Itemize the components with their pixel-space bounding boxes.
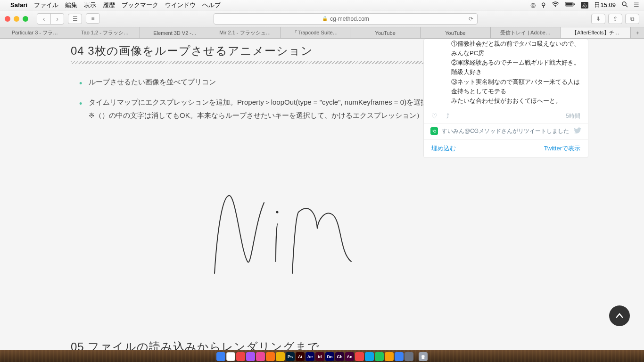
tab-6[interactable]: YouTube — [421, 27, 491, 38]
tweet-time: 5時間 — [566, 112, 580, 120]
tab-3[interactable]: Mir 2.1 - フラッシュ… — [210, 27, 281, 38]
dock-item[interactable] — [385, 352, 394, 361]
dock-item[interactable] — [266, 352, 275, 361]
dock: Ps Ai Ae Id Dn Ch An 🗑 — [0, 350, 644, 362]
downloads-button[interactable]: ⬇ — [591, 14, 605, 24]
tab-8[interactable]: 【AfterEffects】チ… — [561, 27, 631, 38]
tab-bar: Particular 3 - フラ… Tao 1.2 - フラッシ… Eleme… — [0, 27, 644, 39]
heading-04: 04 3枚の画像をループさせるアニメーション — [71, 43, 453, 58]
close-window-button[interactable] — [5, 16, 10, 22]
dock-item[interactable]: An — [345, 352, 354, 361]
dock-item[interactable] — [365, 352, 374, 361]
window-controls — [5, 16, 28, 22]
dock-item[interactable] — [355, 352, 364, 361]
menu-bookmarks[interactable]: ブックマーク — [122, 1, 158, 9]
app-name[interactable]: Safari — [10, 1, 27, 8]
svg-line-5 — [626, 5, 627, 7]
dock-item[interactable]: Ae — [305, 352, 314, 361]
list-item: ループさせるたい画像を並べてプリコン — [79, 75, 453, 89]
tab-4[interactable]: 「Trapcode Suite… — [281, 27, 351, 38]
dock-item[interactable] — [375, 352, 384, 361]
share-tweet-icon[interactable]: ⤴ — [446, 112, 449, 120]
reader-button[interactable]: ≡ — [86, 13, 100, 24]
dock-item[interactable]: Ch — [335, 352, 344, 361]
heading-05: 05 ファイルの読み込みからレンダリングまで — [71, 339, 453, 350]
view-on-twitter-link[interactable]: Twitterで表示 — [544, 144, 580, 153]
tab-1[interactable]: Tao 1.2 - フラッシ… — [70, 27, 140, 38]
back-button[interactable]: ‹ — [37, 14, 50, 24]
svg-rect-3 — [574, 4, 575, 5]
forward-button[interactable]: › — [50, 14, 64, 24]
tweet-line: ②軍隊経験あるのでチーム戦ギルド戦大好き。階級大好き — [451, 58, 580, 77]
address-bar[interactable]: 🔒 cg-method.com ⟳ — [214, 13, 478, 25]
tab-7[interactable]: 受信トレイ | Adobe… — [491, 27, 561, 38]
tab-5[interactable]: YouTube — [350, 27, 421, 38]
cc-icon[interactable]: ◎ — [530, 1, 536, 8]
dock-item[interactable]: Ai — [296, 352, 305, 361]
dock-item[interactable] — [395, 352, 404, 361]
tabs-button[interactable]: ⧉ — [625, 14, 639, 24]
menu-extras-icon[interactable]: ☰ — [634, 1, 639, 8]
menu-view[interactable]: 表示 — [84, 1, 96, 9]
clock-time[interactable]: 15:09 — [600, 1, 616, 8]
like-icon[interactable]: ♡ — [431, 112, 438, 120]
svg-rect-2 — [566, 3, 573, 6]
zoom-window-button[interactable] — [23, 16, 28, 22]
minimize-window-button[interactable] — [14, 16, 19, 22]
tweet-line: ①儒教社会だと親の前でタバコ吸えないので、みんなPC房 — [451, 39, 580, 58]
spotlight-icon[interactable] — [621, 1, 628, 9]
svg-point-0 — [555, 6, 556, 7]
menu-window[interactable]: ウインドウ — [165, 1, 196, 9]
tweet-body: ①儒教社会だと親の前でタバコ吸えないので、みんなPC房 ②軍隊経験あるのでチーム… — [424, 39, 588, 109]
share-button[interactable]: ⇪ — [608, 14, 622, 24]
menu-help[interactable]: ヘルプ — [202, 1, 221, 9]
new-tab-button[interactable]: ＋ — [631, 27, 644, 38]
svg-point-6 — [277, 211, 278, 213]
menubar: Safari ファイル 編集 表示 履歴 ブックマーク ウインドウ ヘルプ ◎ … — [0, 0, 644, 10]
menu-edit[interactable]: 編集 — [65, 1, 77, 9]
retweet-text: すいみん@CGメソッドさんがリツイートしました — [442, 127, 569, 135]
retweet-icon: ⟲ — [430, 127, 438, 135]
menu-history[interactable]: 履歴 — [103, 1, 115, 9]
twitter-widget: ①儒教社会だと親の前でタバコ吸えないので、みんなPC房 ②軍隊経験あるのでチーム… — [423, 39, 588, 158]
dock-item[interactable] — [216, 352, 225, 361]
tab-0[interactable]: Particular 3 - フラ… — [0, 27, 70, 38]
lock-icon: 🔒 — [322, 16, 328, 21]
sidebar-button[interactable]: ☰ — [68, 14, 82, 24]
dock-item[interactable] — [276, 352, 285, 361]
dock-item[interactable] — [226, 352, 235, 361]
twitter-bird-icon — [574, 127, 581, 135]
wifi-icon[interactable] — [552, 1, 559, 8]
menu-file[interactable]: ファイル — [34, 1, 58, 9]
nav-buttons: ‹ › — [37, 13, 64, 25]
ime-indicator[interactable]: あ — [581, 2, 588, 8]
scroll-to-top-button[interactable] — [609, 305, 630, 326]
tweet-line: ③ネット実名制なので高額アバター来てる人は金持ちとしてモテる — [451, 77, 580, 96]
tab-2[interactable]: Element 3D V2 -… — [140, 27, 210, 38]
svg-point-4 — [622, 2, 626, 6]
dock-item[interactable]: Ps — [286, 352, 295, 361]
dock-item[interactable] — [256, 352, 265, 361]
embed-link[interactable]: 埋め込む — [431, 144, 456, 153]
content-image — [130, 141, 394, 302]
list-item: タイムリマップにエクスプレッションを追加。Property＞loopOut(ty… — [79, 96, 453, 123]
dock-item[interactable]: Dn — [325, 352, 334, 361]
dock-item[interactable] — [246, 352, 255, 361]
bluetooth-icon[interactable]: ⚲ — [541, 1, 546, 8]
tweet-line: みたいな合わせ技がおおくてほへーと。 — [451, 96, 580, 106]
battery-icon[interactable] — [565, 1, 575, 8]
dock-item[interactable] — [405, 352, 413, 361]
reload-icon[interactable]: ⟳ — [469, 16, 473, 22]
dock-item[interactable]: Id — [315, 352, 324, 361]
page-viewport[interactable]: 04 3枚の画像をループさせるアニメーション ループさせるたい画像を並べてプリコ… — [0, 39, 644, 350]
dock-item[interactable] — [236, 352, 245, 361]
article: 04 3枚の画像をループさせるアニメーション ループさせるたい画像を並べてプリコ… — [57, 39, 467, 350]
browser-toolbar: ‹ › ☰ ≡ 🔒 cg-method.com ⟳ ⬇ ⇪ ⧉ — [0, 10, 644, 27]
url-text: cg-method.com — [330, 16, 369, 22]
heading-divider — [71, 61, 453, 64]
clock-day[interactable]: 日 — [594, 1, 600, 9]
dock-trash[interactable]: 🗑 — [419, 352, 428, 361]
